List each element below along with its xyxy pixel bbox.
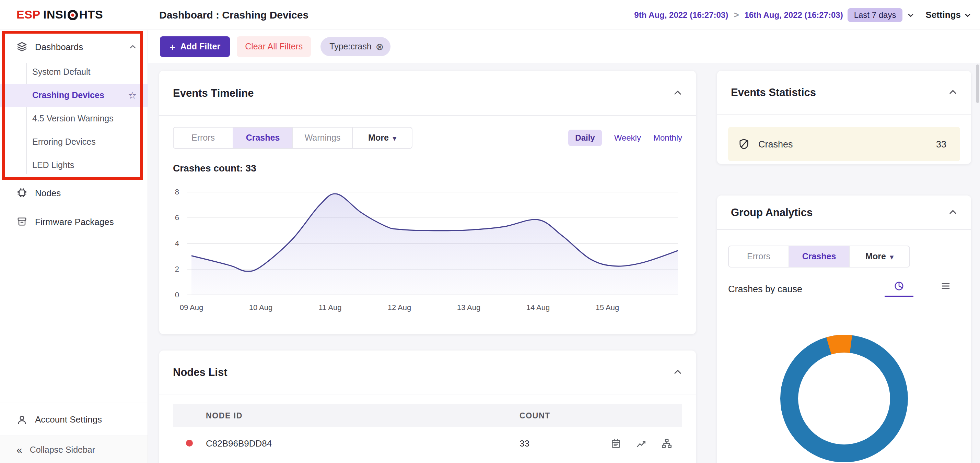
filter-bar: + Add Filter Clear All Filters Type:cras… <box>148 30 980 63</box>
sidebar-item-system-default[interactable]: System Default <box>0 60 148 84</box>
collapse-sidebar-button[interactable]: « Collapse Sidebar <box>0 436 148 463</box>
person-icon <box>16 414 27 425</box>
column-count: COUNT <box>520 412 595 420</box>
svg-text:10 Aug: 10 Aug <box>249 303 273 312</box>
tab-crashes[interactable]: Crashes <box>789 246 850 268</box>
date-separator-icon: > <box>733 10 739 20</box>
view-toggles <box>885 281 960 297</box>
events-timeline-title: Events Timeline <box>173 87 254 99</box>
topology-icon[interactable] <box>661 437 673 449</box>
filter-chip-type-crash[interactable]: Type:crash ⊗ <box>320 37 390 56</box>
sidebar-item-45-version-warnings[interactable]: 4.5 Version Warnings <box>0 107 148 130</box>
star-icon[interactable]: ☆ <box>128 90 137 101</box>
calendar-icon[interactable] <box>610 437 622 449</box>
tab-more[interactable]: More ▾ <box>849 246 910 268</box>
events-timeline-header: Events Timeline <box>159 71 696 116</box>
logo-hts: HTS <box>79 8 103 22</box>
package-icon <box>16 216 27 227</box>
group-analytics-card: Group Analytics Errors Crashes More ▾ Cr… <box>717 195 971 463</box>
events-statistics-card: Events Statistics Crashes 33 <box>717 71 971 164</box>
svg-text:13 Aug: 13 Aug <box>457 303 481 312</box>
add-filter-button[interactable]: + Add Filter <box>160 36 230 57</box>
nodes-table: NODE ID COUNT C82B96B9DD84 33 <box>159 395 696 459</box>
analytics-tabs: Errors Crashes More ▾ <box>728 246 910 268</box>
main-content: + Add Filter Clear All Filters Type:cras… <box>148 30 980 463</box>
timeline-tabs: Errors Crashes Warnings More ▾ <box>173 127 412 149</box>
period-weekly[interactable]: Weekly <box>614 133 641 143</box>
group-analytics-title: Group Analytics <box>731 206 813 219</box>
sidebar-item-led-lights[interactable]: LED Lights <box>0 154 148 177</box>
nodes-list-header: Nodes List <box>159 350 696 395</box>
table-header-row: NODE ID COUNT <box>173 404 682 427</box>
count-cell: 33 <box>520 438 595 448</box>
tab-crashes[interactable]: Crashes <box>233 127 293 149</box>
period-monthly[interactable]: Monthly <box>653 133 682 143</box>
caret-down-icon: ▾ <box>393 134 396 142</box>
top-bar: ESP INSI HTS Dashboard : Crashing Device… <box>0 0 980 30</box>
svg-text:0: 0 <box>175 290 179 299</box>
svg-text:09 Aug: 09 Aug <box>180 303 204 312</box>
sidebar-item-account-settings[interactable]: Account Settings <box>0 403 148 436</box>
node-id-cell: C82B96B9DD84 <box>206 438 520 448</box>
tab-errors[interactable]: Errors <box>728 246 789 268</box>
settings-menu[interactable]: Settings <box>926 10 971 20</box>
collapse-card-chevron-up-icon[interactable] <box>948 208 957 217</box>
caret-down-icon: ▾ <box>890 253 894 260</box>
svg-text:12 Aug: 12 Aug <box>388 303 411 312</box>
topbar-right: 9th Aug, 2022 (16:27:03) > 16th Aug, 202… <box>634 8 980 22</box>
list-view-icon[interactable] <box>931 281 960 296</box>
collapse-card-chevron-up-icon[interactable] <box>948 88 957 97</box>
collapse-card-chevron-up-icon[interactable] <box>673 89 682 97</box>
column-node-id: NODE ID <box>206 412 520 420</box>
collapse-icon: « <box>16 444 22 455</box>
tab-warnings[interactable]: Warnings <box>292 127 353 149</box>
stat-row-crashes[interactable]: Crashes 33 <box>728 127 960 161</box>
sidebar-nodes-label: Nodes <box>35 188 61 198</box>
sidebar-item-crashing-devices[interactable]: Crashing Devices ☆ <box>0 84 148 107</box>
collapse-card-chevron-up-icon[interactable] <box>673 368 682 377</box>
sidebar-item-firmware-packages[interactable]: Firmware Packages <box>0 210 148 233</box>
date-from: 9th Aug, 2022 (16:27:03) <box>634 10 728 19</box>
clear-all-filters-button[interactable]: Clear All Filters <box>237 36 311 57</box>
sidebar-item-dashboards[interactable]: Dashboards <box>0 34 148 59</box>
donut-view-icon[interactable] <box>885 281 913 297</box>
sidebar-item-nodes[interactable]: Nodes <box>0 181 148 205</box>
remove-filter-icon[interactable]: ⊗ <box>376 42 383 51</box>
chevron-up-icon[interactable] <box>129 43 137 51</box>
sidebar: Dashboards System Default Crashing Devic… <box>0 30 148 463</box>
page-title: Dashboard : Crashing Devices <box>159 9 309 21</box>
nodes-list-title: Nodes List <box>173 366 227 378</box>
group-analytics-header: Group Analytics <box>717 195 971 230</box>
tab-more[interactable]: More ▾ <box>352 127 412 149</box>
svg-text:4: 4 <box>175 239 179 247</box>
collapse-sidebar-label: Collapse Sidebar <box>30 445 95 454</box>
row-actions <box>610 437 682 449</box>
svg-text:2: 2 <box>175 265 179 273</box>
period-selector: Daily Weekly Monthly <box>568 127 682 149</box>
logo-esp: ESP <box>16 8 40 22</box>
trend-icon[interactable] <box>635 437 647 449</box>
plus-icon: + <box>170 41 176 52</box>
period-daily[interactable]: Daily <box>568 130 601 146</box>
svg-text:14 Aug: 14 Aug <box>527 303 550 312</box>
settings-label: Settings <box>926 10 961 20</box>
scrollbar-thumb[interactable] <box>976 65 979 103</box>
table-row[interactable]: C82B96B9DD84 33 <box>173 427 682 459</box>
stat-value: 33 <box>936 139 947 149</box>
logo-insi: INSI <box>43 8 67 22</box>
sidebar-item-erroring-devices[interactable]: Erroring Devices <box>0 130 148 154</box>
crashes-by-cause-label: Crashes by cause <box>728 284 802 294</box>
events-timeline-card: Events Timeline Errors Crashes Warnings … <box>159 71 696 334</box>
eye-logo-icon <box>67 9 78 20</box>
svg-text:11 Aug: 11 Aug <box>319 303 342 312</box>
date-to: 16th Aug, 2022 (16:27:03) <box>744 10 843 19</box>
crashes-count-label: Crashes count: 33 <box>173 163 256 174</box>
layers-icon <box>16 41 27 52</box>
chip-icon <box>16 187 27 198</box>
tab-errors[interactable]: Errors <box>173 127 233 149</box>
stat-label: Crashes <box>758 139 793 149</box>
date-range-badge[interactable]: Last 7 days <box>848 8 902 22</box>
timeline-chart: 0246809 Aug10 Aug11 Aug12 Aug13 Aug14 Au… <box>165 187 685 318</box>
sidebar-firmware-label: Firmware Packages <box>35 216 114 227</box>
range-chevron-down-icon[interactable] <box>907 11 914 18</box>
